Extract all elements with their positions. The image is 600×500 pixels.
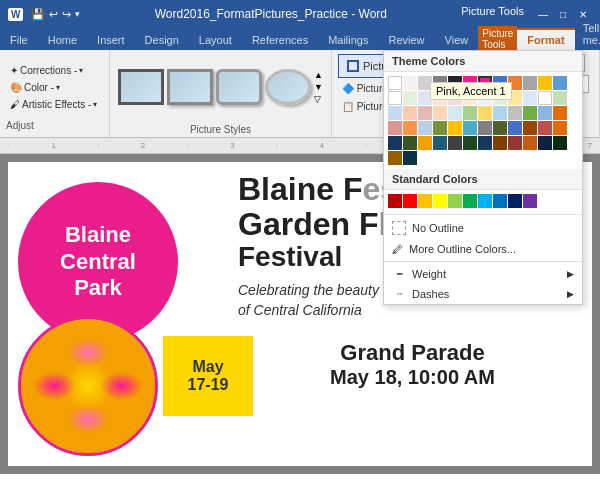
std-dark-blue[interactable] bbox=[508, 194, 522, 208]
color-t4-1[interactable] bbox=[508, 106, 522, 120]
style-thumb-1[interactable] bbox=[118, 69, 164, 105]
color-t5-8[interactable] bbox=[403, 136, 417, 150]
color-t3-6[interactable] bbox=[433, 106, 447, 120]
std-dark-red[interactable] bbox=[388, 194, 402, 208]
tab-references[interactable]: References bbox=[242, 30, 318, 50]
dashes-item[interactable]: ╌ Dashes ▶ bbox=[384, 284, 582, 304]
dashes-icon: ╌ bbox=[392, 289, 406, 299]
maximize-button[interactable]: □ bbox=[554, 5, 572, 23]
tab-format[interactable]: Format bbox=[517, 28, 574, 50]
color-t5-6[interactable] bbox=[553, 121, 567, 135]
color-t4-9[interactable] bbox=[448, 121, 462, 135]
color-t6-10[interactable] bbox=[403, 151, 417, 165]
color-t6-7[interactable] bbox=[538, 136, 552, 150]
style-more[interactable]: ▽ bbox=[314, 94, 323, 104]
std-yellow[interactable] bbox=[433, 194, 447, 208]
tab-mailings[interactable]: Mailings bbox=[318, 30, 378, 50]
color-accent5[interactable] bbox=[538, 76, 552, 90]
color-t3-5[interactable] bbox=[418, 106, 432, 120]
color-accent4[interactable] bbox=[523, 76, 537, 90]
more-colors-item[interactable]: 🖉 More Outline Colors... bbox=[384, 239, 582, 259]
tab-layout[interactable]: Layout bbox=[189, 30, 242, 50]
color-t5-3[interactable] bbox=[508, 121, 522, 135]
style-scroll-down[interactable]: ▼ bbox=[314, 82, 323, 92]
style-scroll-up[interactable]: ▲ bbox=[314, 70, 323, 80]
color-t6-9[interactable] bbox=[388, 151, 402, 165]
color-button[interactable]: 🎨 Color - ▾ bbox=[6, 80, 64, 95]
std-green[interactable] bbox=[463, 194, 477, 208]
quick-access-undo[interactable]: ↩ bbox=[49, 8, 58, 21]
adjust-group: ✦ Corrections - ▾ 🎨 Color - ▾ 🖌 Artistic… bbox=[0, 50, 110, 137]
quick-access-save[interactable]: 💾 bbox=[31, 8, 45, 21]
color-t3-9[interactable] bbox=[478, 106, 492, 120]
color-t4-6[interactable] bbox=[403, 121, 417, 135]
color-t3-3[interactable] bbox=[388, 106, 402, 120]
std-purple[interactable] bbox=[523, 194, 537, 208]
color-t6-8[interactable] bbox=[553, 136, 567, 150]
color-t3-4[interactable] bbox=[403, 106, 417, 120]
color-t6-1[interactable] bbox=[448, 136, 462, 150]
divider-1 bbox=[384, 214, 582, 215]
tab-home[interactable]: Home bbox=[38, 30, 87, 50]
color-t6-5[interactable] bbox=[508, 136, 522, 150]
std-red[interactable] bbox=[403, 194, 417, 208]
color-accent6[interactable] bbox=[553, 76, 567, 90]
color-t5-10[interactable] bbox=[433, 136, 447, 150]
std-light-green[interactable] bbox=[448, 194, 462, 208]
weight-item[interactable]: ━ Weight ▶ bbox=[384, 264, 582, 284]
weight-icon: ━ bbox=[392, 269, 406, 279]
color-t4-7[interactable] bbox=[418, 121, 432, 135]
color-white[interactable] bbox=[388, 76, 402, 90]
theme-colors-header: Theme Colors bbox=[384, 51, 582, 72]
color-t4-10[interactable] bbox=[463, 121, 477, 135]
tab-design[interactable]: Design bbox=[135, 30, 189, 50]
tell-me[interactable]: Tell me... bbox=[575, 18, 600, 50]
color-t3-2[interactable] bbox=[553, 91, 567, 105]
color-light-gray[interactable] bbox=[403, 76, 417, 90]
color-t6-4[interactable] bbox=[493, 136, 507, 150]
style-thumb-4[interactable] bbox=[265, 69, 311, 105]
style-thumb-3[interactable] bbox=[216, 69, 262, 105]
pink-circle-text: Blaine Central Park bbox=[60, 222, 136, 301]
std-light-blue[interactable] bbox=[478, 194, 492, 208]
color-t2-10[interactable] bbox=[523, 91, 537, 105]
title-bar-controls: Picture Tools — □ ✕ bbox=[461, 5, 592, 23]
color-t2-1[interactable] bbox=[388, 91, 402, 105]
no-outline-item[interactable]: No Outline bbox=[384, 217, 582, 239]
picture-border-icon bbox=[347, 60, 359, 72]
color-t4-5[interactable] bbox=[388, 121, 402, 135]
color-t3-10[interactable] bbox=[493, 106, 507, 120]
color-t2-2[interactable] bbox=[403, 91, 417, 105]
minimize-button[interactable]: — bbox=[534, 5, 552, 23]
color-t4-3[interactable] bbox=[538, 106, 552, 120]
color-t6-6[interactable] bbox=[523, 136, 537, 150]
color-t5-7[interactable] bbox=[388, 136, 402, 150]
color-t4-4[interactable] bbox=[553, 106, 567, 120]
std-orange[interactable] bbox=[418, 194, 432, 208]
color-t5-5[interactable] bbox=[538, 121, 552, 135]
color-t5-2[interactable] bbox=[493, 121, 507, 135]
color-t5-4[interactable] bbox=[523, 121, 537, 135]
artistic-effects-button[interactable]: 🖌 Artistic Effects - ▾ bbox=[6, 97, 101, 112]
tab-file[interactable]: File bbox=[0, 30, 38, 50]
flower-circle[interactable] bbox=[18, 316, 158, 456]
title-bar: W 💾 ↩ ↪ ▾ Word2016_FormatPictures_Practi… bbox=[0, 0, 600, 28]
color-t5-1[interactable] bbox=[478, 121, 492, 135]
color-t3-1[interactable] bbox=[538, 91, 552, 105]
yellow-box-text: May 17-19 bbox=[188, 358, 229, 394]
color-t6-2[interactable] bbox=[463, 136, 477, 150]
std-blue[interactable] bbox=[493, 194, 507, 208]
corrections-button[interactable]: ✦ Corrections - ▾ bbox=[6, 63, 87, 78]
color-t5-9[interactable] bbox=[418, 136, 432, 150]
tab-review[interactable]: Review bbox=[379, 30, 435, 50]
quick-access-redo[interactable]: ↪ bbox=[62, 8, 71, 21]
color-t6-3[interactable] bbox=[478, 136, 492, 150]
standard-colors-header: Standard Colors bbox=[384, 169, 582, 190]
tab-view[interactable]: View bbox=[435, 30, 479, 50]
color-t3-8[interactable] bbox=[463, 106, 477, 120]
color-t3-7[interactable] bbox=[448, 106, 462, 120]
tab-insert[interactable]: Insert bbox=[87, 30, 135, 50]
color-t4-8[interactable] bbox=[433, 121, 447, 135]
style-thumb-2[interactable] bbox=[167, 69, 213, 105]
color-t4-2[interactable] bbox=[523, 106, 537, 120]
